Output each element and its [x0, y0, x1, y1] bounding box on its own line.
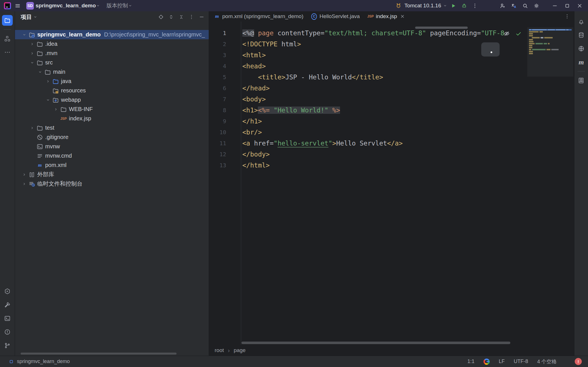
editor-hscrollbar[interactable] — [241, 342, 510, 344]
tab-helloservlet-java[interactable]: CHelloServlet.java — [307, 11, 364, 21]
run-button[interactable] — [448, 1, 458, 10]
tree-item-test-folder[interactable]: test — [15, 123, 209, 133]
line-number: 10 — [209, 127, 241, 138]
debug-button[interactable] — [459, 1, 469, 10]
main-menu-button[interactable] — [13, 1, 22, 10]
breadcrumb-page[interactable]: page — [234, 347, 245, 353]
database-toolwindow-button[interactable] — [576, 30, 587, 40]
endpoints-toolwindow-button[interactable] — [576, 43, 587, 54]
code-token: html — [281, 40, 297, 48]
close-window-button[interactable] — [574, 1, 585, 10]
code-editor[interactable]: <%@ page contentType="text/html; charset… — [241, 21, 574, 345]
tomcat-icon — [395, 3, 402, 9]
translate-button[interactable]: A — [509, 1, 519, 10]
project-toolwindow-button[interactable] — [2, 15, 13, 26]
minimap-segment — [529, 33, 533, 34]
tabbar-scrollbar[interactable] — [415, 27, 468, 29]
breadcrumb-root[interactable]: root — [215, 347, 224, 353]
tree-item-pom-xml-file[interactable]: mpom.xml — [15, 160, 209, 170]
tree-item-mvnw-cmd-file[interactable]: mvnw.cmd — [15, 151, 209, 160]
inspection-widget[interactable] — [502, 29, 523, 38]
code-token: pageEncoding= — [426, 29, 481, 37]
run-configuration[interactable]: Tomcat 10.1.16 — [404, 3, 441, 9]
vcs-widget[interactable]: 版本控制 — [106, 2, 128, 9]
tree-item-resources-folder[interactable]: resources — [15, 86, 209, 95]
tree-item-gitignore-file[interactable]: .gitignore — [15, 133, 209, 142]
tree-item-root-springmvc-learn-demo[interactable]: springmvc_learn_demoD:\project\spring_mv… — [15, 30, 209, 39]
chevron-down-icon[interactable] — [44, 97, 52, 103]
inspections-ok-icon[interactable] — [514, 29, 523, 38]
panel-title[interactable]: 项目 — [21, 13, 32, 21]
project-badge[interactable]: SD — [26, 2, 34, 10]
chevron-down-icon[interactable] — [36, 69, 44, 75]
statusbar-module-widget[interactable]: springmvc_learn_demo — [8, 359, 70, 364]
notifications-button[interactable] — [576, 16, 587, 27]
tab-label: HelloServlet.java — [319, 13, 360, 19]
chevron-right-icon[interactable] — [52, 106, 60, 112]
chevron-right-icon[interactable] — [29, 41, 36, 47]
chevron-right-icon[interactable] — [29, 125, 36, 131]
select-opened-file-button[interactable] — [157, 13, 165, 21]
chevron-right-icon[interactable] — [44, 78, 52, 84]
project-name-widget[interactable]: springmvc_learn_demo — [36, 3, 96, 9]
more-toolwindows-button[interactable] — [2, 47, 13, 58]
collapse-all-button[interactable] — [177, 13, 186, 21]
tree-item-external-libraries[interactable]: 外部库 — [15, 170, 209, 179]
tree-item-mvnw-file[interactable]: mvnw — [15, 142, 209, 151]
file-encoding[interactable]: UTF-8 — [514, 359, 528, 364]
hide-panel-button[interactable] — [197, 13, 206, 21]
tree-item-webapp-folder[interactable]: webapp — [15, 95, 209, 105]
chevron-down-icon[interactable] — [29, 60, 36, 66]
tab-pom-xml[interactable]: mpom.xml (springmvc_learn_demo) — [210, 11, 307, 21]
expand-all-button[interactable] — [167, 13, 175, 21]
divider — [578, 71, 585, 71]
minimize-button[interactable] — [549, 1, 560, 10]
tree-item-idea-folder[interactable]: .idea — [15, 39, 209, 49]
services-toolwindow-button[interactable] — [2, 286, 13, 297]
chevron-right-icon[interactable] — [21, 181, 28, 187]
panel-options-button[interactable] — [187, 13, 196, 21]
tab-list-button[interactable] — [563, 12, 571, 21]
maven-toolwindow-button[interactable]: m — [576, 57, 587, 68]
caret-position[interactable]: 1:1 — [467, 359, 474, 364]
code-line: <body> — [242, 94, 574, 105]
tree-item-java-folder[interactable]: java — [15, 77, 209, 86]
code-token: </title> — [352, 73, 383, 81]
folder-icon — [44, 69, 51, 75]
search-everywhere-button[interactable] — [520, 1, 530, 10]
structure-toolwindow-button[interactable] — [2, 33, 13, 44]
chevron-down-icon[interactable] — [21, 32, 28, 38]
git-toolwindow-button[interactable] — [2, 340, 13, 351]
tree-item-main-folder[interactable]: main — [15, 67, 209, 77]
line-number: 11 — [209, 138, 241, 149]
problems-toolwindow-button[interactable] — [2, 327, 13, 337]
tree-item-src-folder[interactable]: src — [15, 58, 209, 67]
settings-button[interactable] — [532, 1, 541, 10]
build-toolwindow-button[interactable] — [2, 299, 13, 310]
chevron-right-icon[interactable] — [21, 171, 28, 178]
project-panel-hscrollbar[interactable] — [21, 353, 177, 355]
more-horizontal-icon — [4, 49, 11, 56]
tree-item-index-jsp-file[interactable]: JSPindex.jsp — [15, 114, 209, 123]
tab-index-jsp[interactable]: JSPindex.jsp — [364, 11, 409, 21]
search-icon — [522, 3, 528, 9]
add-user-button[interactable] — [498, 1, 507, 10]
code-token: </head> — [242, 84, 270, 92]
maximize-button[interactable] — [561, 1, 573, 10]
tree-item-mvn-folder[interactable]: .mvn — [15, 49, 209, 58]
highlighting-level-button[interactable] — [502, 29, 511, 38]
more-run-options-button[interactable] — [470, 1, 480, 10]
indent-style[interactable]: 4 个空格 — [537, 358, 557, 365]
close-tab-icon[interactable] — [400, 14, 405, 19]
tree-item-label: test — [45, 125, 54, 131]
tree-item-web-inf-folder[interactable]: WEB-INF — [15, 105, 209, 114]
maximize-icon — [564, 3, 570, 9]
terminal-toolwindow-button[interactable] — [2, 313, 13, 324]
google-translate-engine[interactable] — [484, 359, 490, 365]
line-separator[interactable]: LF — [499, 359, 505, 364]
intellij-logo-icon — [4, 2, 11, 9]
chevron-right-icon[interactable] — [29, 50, 36, 57]
tree-item-scratches-and-consoles[interactable]: 临时文件和控制台 — [15, 179, 209, 188]
error-indicator[interactable]: ! — [575, 358, 582, 365]
translation-toolwindow-button[interactable]: A — [576, 75, 587, 86]
